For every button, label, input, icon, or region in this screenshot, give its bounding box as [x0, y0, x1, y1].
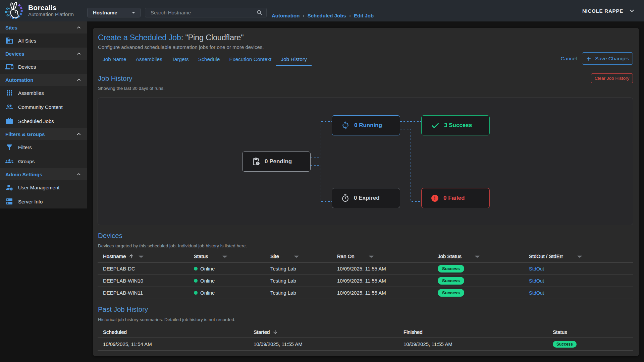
flow-node-running[interactable]: 0 Running — [332, 115, 400, 135]
flow-node-success[interactable]: 3 Success — [421, 115, 490, 135]
search-box — [145, 8, 267, 17]
sidebar-item-label: All Sites — [18, 38, 36, 44]
job-status-cell: Success — [432, 263, 524, 275]
pending-actions-icon — [252, 157, 260, 166]
plus-icon — [586, 56, 592, 62]
column-header-site[interactable]: Site — [265, 250, 332, 262]
job-history-subheading: Showing the last 30 days of runs. — [98, 86, 165, 91]
success-badge: Success — [553, 341, 577, 348]
breadcrumb-scheduled-jobs[interactable]: Scheduled Jobs — [308, 13, 346, 18]
online-status-dot — [194, 267, 198, 270]
column-header-job-status[interactable]: Job Status — [432, 250, 524, 262]
finished-cell: 10/09/2025, 11:55 AM — [398, 338, 547, 350]
devices-table: Hostname Status Site Ran On Job Status — [98, 250, 633, 299]
filter-list-icon[interactable] — [474, 253, 480, 259]
tab-assemblies[interactable]: Assemblies — [131, 54, 167, 65]
sidebar-item-label: Groups — [18, 159, 35, 164]
device-row[interactable]: DEEPLAB-DC Online Testing Lab 10/09/2025… — [98, 263, 633, 275]
breadcrumb-separator: › — [349, 13, 351, 18]
column-header-status[interactable]: Status — [547, 326, 633, 338]
user-gear-icon — [5, 183, 13, 191]
sidebar-section-label: Filters & Groups — [5, 131, 45, 137]
filter-list-icon[interactable] — [368, 253, 374, 259]
sidebar-item-label: Community Content — [18, 104, 63, 110]
column-label: Hostname — [103, 253, 126, 259]
filter-list-icon[interactable] — [293, 253, 300, 259]
page-title-prefix: Create a Scheduled Job — [98, 33, 181, 42]
page-title-job-name: "Ping Cloudflare" — [185, 33, 244, 42]
breadcrumb-edit-job[interactable]: Edit Job — [354, 13, 374, 18]
tab-schedule[interactable]: Schedule — [194, 54, 225, 65]
sidebar-section-sites[interactable]: Sites — [0, 21, 87, 34]
user-menu[interactable]: NICOLE RAPPE — [582, 0, 636, 21]
sidebar-item-all-sites[interactable]: All Sites — [0, 34, 87, 48]
sidebar-section-admin-settings[interactable]: Admin Settings — [0, 168, 87, 180]
column-header-ran-on[interactable]: Ran On — [332, 250, 432, 262]
status-cell: Success — [547, 338, 633, 350]
top-bar: Borealis Automation Platform Hostname Au… — [0, 0, 644, 21]
sidebar-item-label: Scheduled Jobs — [18, 118, 54, 124]
column-header-stdout-stderr[interactable]: StdOut / StdErr — [524, 250, 633, 262]
breadcrumb-automation[interactable]: Automation — [272, 13, 300, 18]
tab-bar: Job Name Assemblies Targets Schedule Exe… — [98, 54, 312, 65]
cancel-button[interactable]: Cancel — [558, 52, 579, 65]
column-label: Status — [553, 329, 567, 335]
filter-list-icon[interactable] — [222, 253, 228, 259]
column-label: StdOut / StdErr — [529, 253, 563, 259]
column-header-hostname[interactable]: Hostname — [98, 250, 189, 262]
sidebar-item-community-content[interactable]: Community Content — [0, 100, 87, 114]
column-header-scheduled[interactable]: Scheduled — [98, 326, 248, 338]
tab-targets[interactable]: Targets — [167, 54, 194, 65]
stdout-link[interactable]: StdOut — [529, 266, 544, 272]
sidebar-item-user-management[interactable]: User Management — [0, 180, 87, 194]
flow-node-label: 0 Expired — [354, 195, 380, 201]
flow-node-label: 0 Pending — [265, 158, 292, 165]
brand-name: Borealis — [28, 4, 74, 11]
save-changes-button[interactable]: Save Changes — [582, 52, 633, 65]
filter-list-icon[interactable] — [138, 253, 144, 259]
devices-icon — [5, 63, 13, 71]
building-icon — [5, 37, 13, 45]
flow-node-expired[interactable]: 0 Expired — [332, 188, 400, 208]
column-header-started[interactable]: Started — [248, 326, 398, 338]
sidebar-item-devices[interactable]: Devices — [0, 60, 87, 74]
sidebar-item-server-info[interactable]: Server Info — [0, 194, 87, 208]
filter-list-icon[interactable] — [577, 253, 583, 259]
flow-node-label: 0 Running — [354, 122, 382, 129]
started-cell: 10/09/2025, 11:55 AM — [248, 338, 398, 350]
sidebar-item-scheduled-jobs[interactable]: Scheduled Jobs — [0, 114, 87, 128]
sidebar-section-filters-groups[interactable]: Filters & Groups — [0, 128, 87, 140]
search-icon[interactable] — [256, 9, 263, 16]
device-row[interactable]: DEEPLAB-WIN10 Online Testing Lab 10/09/2… — [98, 275, 633, 287]
search-input[interactable] — [147, 10, 256, 15]
funnel-icon — [5, 143, 13, 151]
stdout-link[interactable]: StdOut — [529, 278, 544, 284]
device-row[interactable]: DEEPLAB-WIN11 Online Testing Lab 10/09/2… — [98, 287, 633, 299]
groups-icon — [5, 157, 13, 165]
success-badge: Success — [438, 277, 464, 285]
tab-job-name[interactable]: Job Name — [98, 54, 131, 65]
breadcrumb-separator: › — [303, 13, 304, 18]
people-icon — [5, 103, 13, 111]
search-field-select[interactable]: Hostname — [87, 8, 141, 17]
sidebar-item-filters[interactable]: Filters — [0, 140, 87, 154]
column-label: Started — [254, 329, 270, 335]
sidebar-section-devices[interactable]: Devices — [0, 48, 87, 60]
past-history-row[interactable]: 10/09/2025, 11:54 AM 10/09/2025, 11:55 A… — [98, 338, 633, 351]
tab-job-history[interactable]: Job History — [276, 54, 312, 65]
chevron-up-icon — [76, 171, 82, 177]
stdout-link[interactable]: StdOut — [529, 290, 544, 296]
online-status-dot — [194, 279, 198, 283]
tab-execution-context[interactable]: Execution Context — [224, 54, 276, 65]
flow-node-pending[interactable]: 0 Pending — [242, 152, 311, 172]
clear-job-history-button[interactable]: Clear Job History — [591, 73, 633, 83]
flow-node-failed[interactable]: 0 Failed — [421, 188, 490, 208]
sidebar-section-automation[interactable]: Automation — [0, 74, 87, 86]
column-header-status[interactable]: Status — [189, 250, 265, 262]
column-header-finished[interactable]: Finished — [398, 326, 547, 338]
page-title: Create a Scheduled Job: "Ping Cloudflare… — [98, 32, 244, 43]
server-stack-icon — [5, 197, 13, 205]
sidebar-item-groups[interactable]: Groups — [0, 154, 87, 168]
past-job-history-heading: Past Job History — [98, 305, 148, 313]
sidebar-item-assemblies[interactable]: Assemblies — [0, 86, 87, 100]
